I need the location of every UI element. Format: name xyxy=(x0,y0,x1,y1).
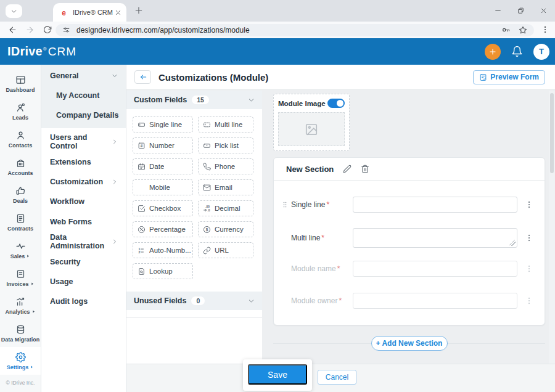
window-close-icon[interactable] xyxy=(540,7,548,15)
field-options-icon[interactable] xyxy=(525,200,533,209)
field-input[interactable] xyxy=(353,228,517,248)
module-image-card: Module Image xyxy=(273,94,350,151)
add-new-section-button[interactable]: + Add New Section xyxy=(371,336,448,351)
window-restore-icon[interactable] xyxy=(517,7,525,15)
rail-item-accounts[interactable]: Accounts xyxy=(0,153,41,181)
user-avatar[interactable]: T xyxy=(533,44,549,60)
window-minimize-icon[interactable] xyxy=(494,7,502,15)
form-field-row-module-name: Module name* xyxy=(281,260,541,277)
chevron-right-icon xyxy=(112,239,118,245)
field-input[interactable] xyxy=(353,293,517,309)
field-type-label: Decimal xyxy=(215,205,240,212)
field-type-button-url[interactable]: URL xyxy=(198,242,253,258)
tab-close-icon[interactable] xyxy=(114,9,122,17)
sidebar-item-users-and-control[interactable]: Users and Control xyxy=(41,132,126,152)
sidebar-item-audit-logs[interactable]: Audit logs xyxy=(41,292,126,311)
field-type-button-phone[interactable]: Phone xyxy=(198,158,253,174)
save-button[interactable]: Save xyxy=(248,364,307,385)
field-type-button-multi-line[interactable]: Multi line xyxy=(198,116,253,133)
field-type-label: Currency xyxy=(215,226,244,233)
preview-form-button[interactable]: Preview Form xyxy=(473,70,545,84)
back-button[interactable] xyxy=(134,70,151,84)
date-icon xyxy=(138,163,146,171)
field-type-button-checkbox[interactable]: Checkbox xyxy=(133,200,193,216)
lookup-icon xyxy=(138,267,146,276)
browser-reload-icon[interactable] xyxy=(43,25,52,35)
module-image-toggle[interactable] xyxy=(327,99,345,108)
new-tab-button[interactable] xyxy=(134,6,144,15)
field-input[interactable] xyxy=(353,197,517,213)
quick-add-button[interactable] xyxy=(485,44,501,60)
rail-item-settings[interactable]: Settings xyxy=(0,347,41,375)
field-type-label: Email xyxy=(215,184,232,191)
site-info-icon[interactable] xyxy=(62,26,70,34)
field-type-button-single-line[interactable]: Single line xyxy=(133,116,193,133)
copyright-text: © IDrive Inc. xyxy=(0,375,41,392)
scrollbar-thumb[interactable] xyxy=(550,93,554,173)
svg-text:e: e xyxy=(62,8,66,17)
field-type-label: Phone xyxy=(215,163,235,170)
required-asterisk: * xyxy=(321,234,324,242)
sidebar-item-company-details[interactable]: Company Details xyxy=(41,110,126,120)
rail-item-contracts[interactable]: Contracts xyxy=(0,208,41,236)
sidebar-group-general: General My Account Company Details xyxy=(41,65,126,128)
field-type-button-percentage[interactable]: Percentage xyxy=(133,221,193,237)
image-icon xyxy=(305,123,318,136)
notifications-bell-icon[interactable] xyxy=(511,46,523,57)
sidebar-item-security[interactable]: Security xyxy=(41,251,126,271)
field-type-button-mobile[interactable]: Mobile xyxy=(133,179,193,195)
tab-search-button[interactable] xyxy=(6,4,22,18)
module-image-placeholder[interactable] xyxy=(278,112,345,146)
browser-menu-icon[interactable] xyxy=(541,25,549,34)
field-type-button-pick-list[interactable]: Pick list xyxy=(198,137,253,153)
field-type-button-email[interactable]: Email xyxy=(198,179,253,195)
form-builder-canvas: Module Image New Section Single line* xyxy=(262,91,549,364)
rail-item-invoices[interactable]: Invoices xyxy=(0,264,41,292)
sidebar-item-data-administration[interactable]: Data Administration xyxy=(41,232,126,251)
edit-section-icon[interactable] xyxy=(343,165,352,173)
rail-item-dashboard[interactable]: Dashboard xyxy=(0,70,41,97)
field-options-icon[interactable] xyxy=(525,264,533,273)
sidebar-item-web-forms[interactable]: Web Forms xyxy=(41,212,126,232)
sidebar-item-customization[interactable]: Customization xyxy=(41,172,126,192)
field-type-button-currency[interactable]: $ Currency xyxy=(198,221,253,237)
vertical-scrollbar[interactable] xyxy=(549,91,555,392)
drag-handle-icon[interactable] xyxy=(281,201,289,208)
tab-title: IDrive® CRM xyxy=(73,9,114,16)
field-options-icon[interactable] xyxy=(525,296,533,305)
rail-item-data-migration[interactable]: Data Migration xyxy=(0,319,41,347)
field-type-button-auto-numb[interactable]: 12 Auto-Numb... xyxy=(133,242,193,258)
contacts-icon xyxy=(15,130,26,141)
sidebar-item-extensions[interactable]: Extensions xyxy=(41,152,126,171)
address-bar[interactable]: designdev.idrivecrm.com/app/customizatio… xyxy=(56,24,534,36)
browser-forward-icon[interactable] xyxy=(25,25,35,35)
password-key-icon[interactable] xyxy=(501,25,511,35)
rail-item-contacts[interactable]: Contacts xyxy=(0,125,41,153)
sidebar-item-my-account[interactable]: My Account xyxy=(41,91,126,100)
bookmark-star-icon[interactable] xyxy=(519,26,527,35)
field-type-button-date[interactable]: Date xyxy=(133,158,193,174)
field-type-button-decimal[interactable]: .00.0 Decimal xyxy=(198,200,253,216)
field-options-icon[interactable] xyxy=(525,234,533,242)
delete-section-icon[interactable] xyxy=(361,165,369,173)
custom-fields-header[interactable]: Custom Fields 15 xyxy=(126,91,262,109)
rail-item-leads[interactable]: Leads xyxy=(0,97,41,125)
sidebar-item-label: Customization xyxy=(50,178,112,186)
field-input[interactable] xyxy=(353,261,517,277)
field-type-button-lookup[interactable]: Lookup xyxy=(133,263,193,279)
cancel-button[interactable]: Cancel xyxy=(318,370,356,385)
sidebar-item-workflow[interactable]: Workflow xyxy=(41,192,126,211)
sidebar-item-usage[interactable]: Usage xyxy=(41,272,126,292)
preview-form-icon xyxy=(479,73,487,81)
unused-fields-header[interactable]: Unused Fields 0 xyxy=(126,292,262,310)
browser-back-icon[interactable] xyxy=(8,25,17,35)
rail-item-analytics[interactable]: Analytics xyxy=(0,292,41,319)
browser-tab[interactable]: e IDrive® CRM xyxy=(53,3,126,22)
field-type-button-number[interactable]: # Number xyxy=(133,137,193,153)
rail-item-deals[interactable]: Deals xyxy=(0,181,41,208)
field-type-label: Lookup xyxy=(149,267,173,275)
rail-item-sales[interactable]: Sales xyxy=(0,236,41,264)
custom-fields-panel: Custom Fields 15 Single line Multi line … xyxy=(126,91,262,364)
sidebar-item-general[interactable]: General xyxy=(41,71,126,81)
idrive-crm-logo[interactable]: IDrive®CRM xyxy=(7,44,76,59)
